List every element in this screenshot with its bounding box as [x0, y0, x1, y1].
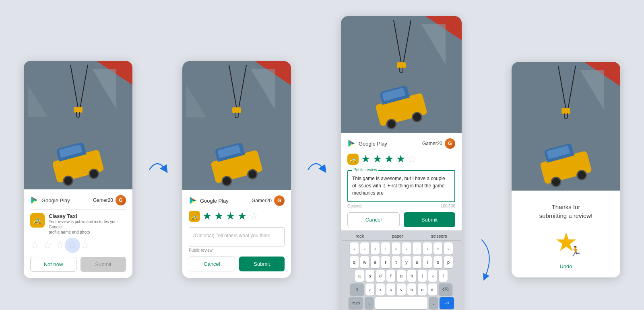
kb-o[interactable]: o [433, 256, 442, 268]
star-1-5[interactable]: ☆ [80, 239, 89, 251]
kb-g[interactable]: g [397, 270, 406, 282]
game-screenshot-1 [24, 61, 132, 189]
kb-t[interactable]: t [392, 256, 400, 268]
gp-header-1: Google Play Gamer20 G [30, 195, 126, 205]
kb-u[interactable]: u [413, 256, 421, 268]
kb-p[interactable]: p [444, 256, 453, 268]
screens-container: Google Play Gamer20 G 🚕 Classy Taxi Your… [0, 0, 644, 310]
action-buttons-1: Not now Submit [30, 257, 126, 272]
review-input-2[interactable]: (Optional) Tell others what you think [189, 227, 285, 246]
kb-v[interactable]: v [397, 283, 406, 296]
kb-s[interactable]: s [365, 270, 374, 282]
kb-b[interactable]: b [407, 283, 416, 296]
gp-avatar-1[interactable]: G [116, 195, 126, 205]
star-1-3[interactable]: ☆ [55, 239, 64, 251]
gp-username-3: Gamer20 [422, 141, 442, 146]
kb-n[interactable]: n [418, 283, 427, 296]
star-2-3[interactable]: ★ [226, 210, 235, 222]
star-3-3[interactable]: ★ [384, 153, 394, 165]
kb-w[interactable]: w [360, 256, 369, 268]
review-counter-row: Optional 100/500 [347, 204, 455, 208]
google-play-icon-2 [189, 196, 198, 205]
crane-hook-3 [399, 68, 403, 73]
taxi-cabin-1 [56, 142, 87, 162]
kb-space[interactable] [375, 297, 427, 309]
not-now-button[interactable]: Not now [30, 257, 76, 272]
bottom-panel-2: Google Play Gamer20 G 🚕 ★ ★ ★ ★ ☆ (Optio… [182, 190, 291, 278]
phone-frame-3: Google Play Gamer20 G 🚕 ★ ★ ★ ★ ☆ Public… [341, 16, 462, 310]
gp-logo-text-3: Google Play [359, 141, 387, 147]
phone-frame-4: Thanks forsubmitting a review! ★ 🏃 Undo [512, 62, 620, 277]
star-1-1[interactable]: ☆ [30, 239, 39, 251]
crane-hook-box-4 [561, 108, 570, 114]
kb-k[interactable]: k [428, 270, 437, 282]
app-icon-1: 🚕 [30, 213, 45, 228]
star-2-1[interactable]: ★ [202, 210, 212, 222]
kb-comma[interactable]: , [365, 297, 374, 309]
taxi-window-4 [547, 145, 570, 159]
kb-h[interactable]: h [407, 270, 416, 282]
kb-suggestion-3[interactable]: scissors [431, 234, 447, 238]
kb-m[interactable]: m [428, 283, 437, 296]
kb-a[interactable]: a [355, 270, 364, 282]
star-1-4[interactable]: ☆ [68, 239, 77, 251]
kb-l[interactable]: l [439, 270, 448, 282]
kb-123[interactable]: ?123 [349, 297, 363, 309]
review-input-focused[interactable]: Public review This game is awesome, but … [347, 170, 455, 202]
kb-backspace[interactable]: ⌫ [439, 283, 452, 296]
kb-num-9: 9 [433, 242, 442, 255]
kb-f[interactable]: f [386, 270, 395, 282]
taxi-wheel-right-4 [575, 168, 588, 181]
app-icon-3: 🚕 [347, 154, 359, 165]
star-2-4[interactable]: ★ [237, 210, 247, 222]
stars-row-2: 🚕 ★ ★ ★ ★ ☆ [189, 210, 285, 222]
cancel-button-2[interactable]: Cancel [189, 257, 235, 271]
kb-q[interactable]: q [350, 256, 359, 268]
kb-z[interactable]: z [365, 283, 374, 296]
arrow-3 [475, 234, 499, 283]
kb-y[interactable]: y [402, 256, 411, 268]
gp-avatar-2[interactable]: G [274, 195, 285, 206]
review-text: This game is awesome, but I have a coupl… [352, 175, 450, 197]
kb-shift[interactable]: ⇧ [350, 283, 364, 296]
submit-button-2[interactable]: Submit [239, 257, 285, 271]
gp-avatar-3[interactable]: G [445, 138, 455, 149]
submit-button-1[interactable]: Submit [80, 257, 126, 272]
kb-suggestion-2[interactable]: paper [392, 234, 403, 238]
cancel-button-3[interactable]: Cancel [347, 212, 400, 227]
kb-e[interactable]: e [371, 256, 380, 268]
gray-shape-5 [421, 24, 446, 64]
crane-line-left-1 [70, 65, 79, 113]
submit-button-3[interactable]: Submit [404, 212, 455, 227]
kb-x[interactable]: x [376, 283, 385, 296]
star-3-4[interactable]: ★ [396, 153, 405, 165]
star-3-1[interactable]: ★ [361, 153, 370, 165]
crane-2 [221, 61, 253, 142]
taxi-wheel-left-1 [62, 175, 75, 187]
kb-i[interactable]: i [423, 256, 432, 268]
crane-1 [62, 61, 94, 141]
arrow-svg-2 [304, 154, 328, 186]
star-2-2[interactable]: ★ [214, 210, 223, 222]
review-count: 100/500 [441, 204, 455, 208]
undo-button[interactable]: Undo [559, 263, 572, 269]
taxi-car-4 [540, 150, 592, 184]
stars-row-1: ☆ ☆ ☆ ☆ ☆ [30, 239, 126, 251]
thanks-star-icon: ★ 🏃 [555, 227, 578, 257]
star-3-2[interactable]: ★ [373, 153, 382, 165]
kb-j[interactable]: j [418, 270, 427, 282]
star-1-2[interactable]: ☆ [43, 239, 52, 251]
kb-r[interactable]: r [381, 256, 390, 268]
review-label-top: Public review [352, 168, 378, 172]
star-3-5[interactable]: ☆ [408, 153, 417, 165]
kb-period[interactable]: . [429, 297, 438, 309]
gp-user-area-1: Gamer20 G [93, 195, 126, 205]
kb-enter[interactable]: ⏎ [440, 297, 454, 309]
kb-suggestion-1[interactable]: rock [356, 234, 364, 238]
kb-d[interactable]: d [376, 270, 385, 282]
arrow-svg-1 [145, 154, 169, 186]
kb-c[interactable]: c [386, 283, 395, 296]
crane-hook-4 [564, 113, 568, 119]
star-2-5[interactable]: ☆ [249, 210, 258, 222]
kb-num-4: 4 [381, 242, 390, 255]
